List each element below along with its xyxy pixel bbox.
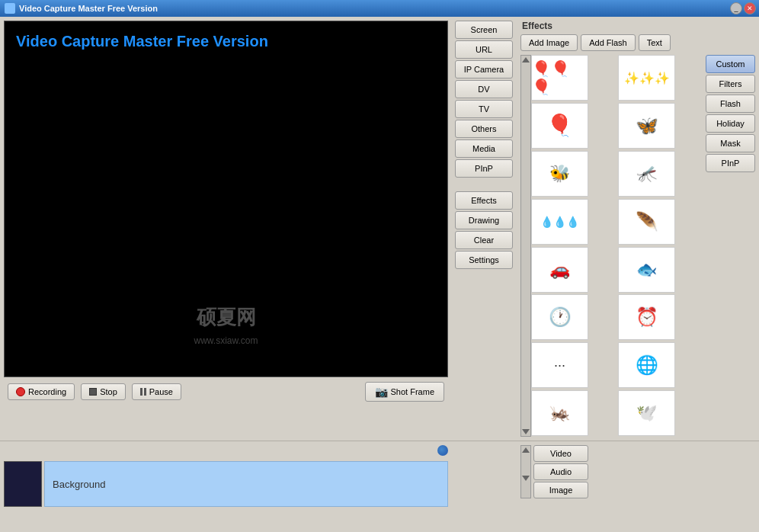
timeline-area: Background: [0, 441, 452, 532]
bottom-nav-buttons: Video Audio Image: [533, 445, 594, 498]
screen-button[interactable]: Screen: [455, 21, 513, 39]
effects-top-buttons: Add Image Add Flash Text: [520, 34, 755, 51]
effects-grid-container: [520, 55, 703, 437]
vertical-scrollbar[interactable]: [520, 445, 531, 498]
effect-item-bubbles[interactable]: [618, 55, 675, 101]
shot-frame-button[interactable]: 📷 Shot Frame: [365, 382, 444, 402]
background-label-box[interactable]: Background: [44, 461, 448, 507]
drawing-button[interactable]: Drawing: [455, 211, 513, 229]
minimize-button[interactable]: _: [730, 2, 742, 14]
window-controls: _ ✕: [730, 2, 756, 14]
pause-label: Pause: [149, 387, 173, 396]
effect-item-clock[interactable]: [531, 294, 588, 340]
settings-button[interactable]: Settings: [455, 251, 513, 269]
v-scroll-up[interactable]: [522, 447, 530, 453]
sidebar-custom-button[interactable]: Custom: [706, 55, 755, 73]
watermark: 硕夏网: [197, 304, 256, 331]
media-button[interactable]: Media: [455, 139, 513, 158]
close-button[interactable]: ✕: [744, 2, 756, 14]
bottom-nav-spacer: [452, 441, 517, 532]
pause-icon: [140, 388, 146, 396]
image-button[interactable]: Image: [533, 482, 588, 498]
url-button[interactable]: URL: [455, 40, 513, 59]
effects-grid: [531, 55, 703, 437]
effect-item-fish[interactable]: [618, 247, 675, 293]
timeline-strip: Background: [4, 457, 448, 511]
text-button[interactable]: Text: [639, 34, 671, 51]
scroll-up-arrow[interactable]: [522, 57, 530, 62]
h-scroll-row: [4, 445, 448, 456]
dv-button[interactable]: DV: [455, 80, 513, 98]
pinp-button[interactable]: PInP: [455, 159, 513, 178]
nav-spacer: [455, 179, 514, 190]
sidebar-filters-button[interactable]: Filters: [706, 75, 755, 93]
tv-button[interactable]: TV: [455, 100, 513, 118]
effect-item-feather[interactable]: [618, 199, 675, 245]
stop-button[interactable]: Stop: [81, 383, 126, 400]
recording-label: Recording: [28, 387, 66, 396]
title-bar: Video Capture Master Free Version _ ✕: [0, 0, 759, 17]
controls-bar: Recording Stop Pause 📷 Shot Frame: [4, 377, 448, 406]
recording-button[interactable]: Recording: [8, 383, 75, 400]
effect-item-bee[interactable]: [531, 151, 588, 197]
stop-icon: [89, 388, 97, 396]
watermark-sub: www.sxiaw.com: [194, 335, 258, 346]
scroll-circle[interactable]: [437, 445, 448, 456]
bottom-section: Background Video Audio Image: [0, 441, 759, 532]
add-image-button[interactable]: Add Image: [520, 34, 578, 51]
video-canvas: Video Capture Master Free Version 硕夏网 ww…: [4, 21, 448, 377]
scroll-down-arrow[interactable]: [522, 429, 530, 434]
add-flash-button[interactable]: Add Flash: [581, 34, 636, 51]
effect-item-balloons[interactable]: [531, 55, 588, 101]
effect-item-bird[interactable]: [618, 390, 675, 436]
others-button[interactable]: Others: [455, 120, 513, 138]
effect-item-dragonfly[interactable]: [531, 390, 588, 436]
app-icon: [5, 3, 15, 14]
sidebar-holiday-button[interactable]: Holiday: [706, 114, 755, 133]
pause-button[interactable]: Pause: [132, 383, 181, 400]
effects-scrollbar[interactable]: [520, 55, 531, 437]
video-title: Video Capture Master Free Version: [16, 33, 268, 50]
video-area: Video Capture Master Free Version 硕夏网 ww…: [0, 17, 452, 441]
effects-panel: Effects Add Image Add Flash Text: [517, 17, 759, 441]
effect-item-dots[interactable]: [531, 199, 588, 245]
effect-item-car[interactable]: [531, 247, 588, 293]
sidebar-flash-button[interactable]: Flash: [706, 95, 755, 113]
background-label: Background: [53, 479, 105, 490]
shot-label: Shot Frame: [391, 387, 434, 396]
app-title: Video Capture Master Free Version: [19, 4, 158, 13]
effect-item-bee2[interactable]: [618, 151, 675, 197]
audio-button[interactable]: Audio: [533, 463, 588, 480]
right-nav-buttons: Screen URL IP Camera DV TV Others Media …: [452, 17, 517, 441]
sidebar-pinp-button[interactable]: PInP: [706, 154, 755, 172]
main-container: Video Capture Master Free Version 硕夏网 ww…: [0, 17, 759, 532]
bottom-v-scroll: Video Audio Image: [520, 445, 594, 498]
clear-button[interactable]: Clear: [455, 231, 513, 249]
sidebar-mask-button[interactable]: Mask: [706, 134, 755, 152]
effects-header: Effects: [520, 21, 755, 31]
background-block: [4, 461, 42, 507]
effects-button[interactable]: Effects: [455, 191, 513, 210]
v-scroll-down[interactable]: [522, 476, 530, 481]
rec-indicator: [16, 387, 25, 396]
effects-sidebar: Custom Filters Flash Holiday Mask PInP: [706, 55, 755, 437]
effect-item-balloon-red[interactable]: [531, 103, 588, 149]
effects-body: Custom Filters Flash Holiday Mask PInP: [520, 55, 755, 437]
stop-label: Stop: [100, 387, 117, 396]
top-section: Video Capture Master Free Version 硕夏网 ww…: [0, 17, 759, 441]
ip-camera-button[interactable]: IP Camera: [455, 60, 513, 79]
effect-item-clock2[interactable]: [618, 294, 675, 340]
effect-item-butterfly[interactable]: [618, 103, 675, 149]
bottom-right-area: Video Audio Image: [517, 441, 598, 532]
effect-item-dots2[interactable]: [531, 342, 588, 388]
effect-item-globe[interactable]: [618, 342, 675, 388]
video-button[interactable]: Video: [533, 445, 588, 462]
camera-icon: 📷: [375, 386, 388, 398]
